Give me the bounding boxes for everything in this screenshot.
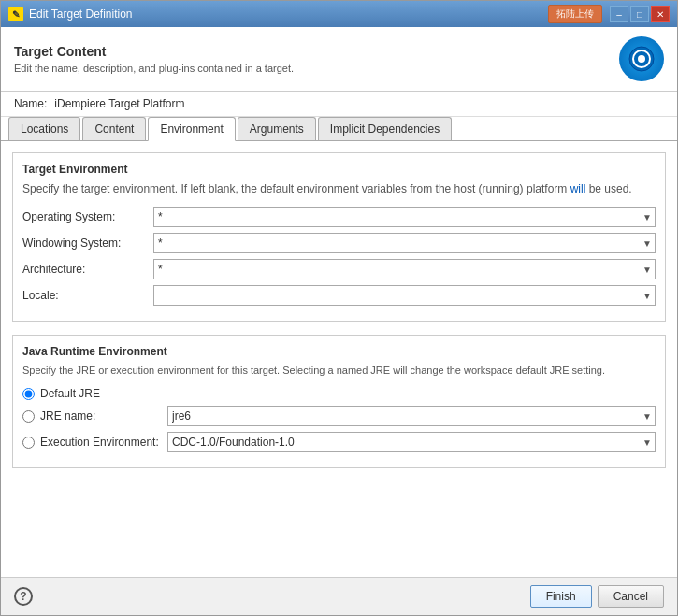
bottom-buttons: Finish Cancel bbox=[530, 585, 664, 608]
locale-label: Locale: bbox=[22, 289, 153, 302]
jre-name-row: JRE name: jre6 ▼ bbox=[22, 406, 656, 426]
target-environment-title: Target Environment bbox=[22, 163, 656, 176]
default-jre-label: Default JRE bbox=[40, 387, 100, 400]
ws-select[interactable]: * bbox=[153, 233, 656, 253]
close-button[interactable]: ✕ bbox=[651, 6, 670, 22]
arch-label: Architecture: bbox=[22, 263, 153, 276]
tab-content[interactable]: Content bbox=[82, 117, 146, 140]
tab-bar: Locations Content Environment Arguments … bbox=[1, 117, 677, 141]
ws-label: Windowing System: bbox=[22, 236, 153, 250]
jre-section: Java Runtime Environment Specify the JRE… bbox=[12, 335, 666, 468]
exec-env-select-wrapper: CDC-1.0/Foundation-1.0 ▼ bbox=[167, 432, 656, 452]
tab-locations[interactable]: Locations bbox=[8, 117, 80, 140]
title-bar-controls: 拓陆上传 – □ ✕ bbox=[548, 5, 670, 23]
jre-name-radio[interactable] bbox=[22, 410, 35, 423]
name-row: Name: iDempiere Target Platform bbox=[1, 92, 677, 117]
exec-env-row: Execution Environment: CDC-1.0/Foundatio… bbox=[22, 432, 656, 452]
name-label: Name: bbox=[14, 97, 47, 110]
banner-icon bbox=[619, 36, 664, 81]
ws-row: Windowing System: * ▼ bbox=[22, 233, 656, 253]
arch-row: Architecture: * ▼ bbox=[22, 259, 656, 279]
desc-part2: be used. bbox=[585, 182, 631, 195]
name-value: iDempiere Target Platform bbox=[54, 97, 184, 110]
exec-env-select[interactable]: CDC-1.0/Foundation-1.0 bbox=[167, 432, 656, 452]
os-label: Operating System: bbox=[22, 210, 153, 223]
top-right-label: 拓陆上传 bbox=[548, 5, 602, 23]
exec-env-label: Execution Environment: bbox=[40, 436, 162, 449]
maximize-button[interactable]: □ bbox=[630, 6, 649, 22]
os-row: Operating System: * ▼ bbox=[22, 207, 656, 227]
window-icon: ✎ bbox=[8, 7, 23, 21]
jre-name-select[interactable]: jre6 bbox=[167, 406, 656, 426]
ws-select-wrapper: * ▼ bbox=[153, 233, 656, 253]
minimize-button[interactable]: – bbox=[610, 6, 628, 22]
locale-row: Locale: ▼ bbox=[22, 285, 656, 306]
jre-desc: Specify the JRE or execution environment… bbox=[22, 364, 656, 378]
desc-blue: will bbox=[570, 182, 586, 195]
help-button[interactable]: ? bbox=[14, 587, 33, 606]
content-area: Target Environment Specify the target en… bbox=[1, 141, 677, 577]
cancel-button[interactable]: Cancel bbox=[598, 585, 664, 608]
title-bar: ✎ Edit Target Definition 拓陆上传 – □ ✕ bbox=[1, 1, 677, 27]
tab-arguments[interactable]: Arguments bbox=[238, 117, 316, 140]
os-select-wrapper: * ▼ bbox=[153, 207, 656, 227]
default-jre-radio[interactable] bbox=[22, 388, 35, 400]
finish-button[interactable]: Finish bbox=[530, 585, 592, 608]
jre-name-label: JRE name: bbox=[40, 409, 162, 423]
banner-title: Target Content bbox=[14, 44, 294, 59]
default-jre-row: Default JRE bbox=[22, 387, 656, 400]
jre-name-select-wrapper: jre6 ▼ bbox=[167, 406, 656, 426]
target-environment-section: Target Environment Specify the target en… bbox=[12, 152, 666, 322]
title-bar-left: ✎ Edit Target Definition bbox=[8, 7, 133, 21]
jre-title: Java Runtime Environment bbox=[22, 345, 656, 358]
arch-select-wrapper: * ▼ bbox=[153, 259, 656, 279]
svg-point-2 bbox=[638, 55, 645, 63]
desc-part1: Specify the target environment. If left … bbox=[22, 182, 570, 195]
locale-select-wrapper: ▼ bbox=[153, 285, 656, 306]
target-environment-desc: Specify the target environment. If left … bbox=[22, 181, 656, 197]
banner-content: Target Content Edit the name, descriptio… bbox=[14, 44, 294, 74]
window-title: Edit Target Definition bbox=[29, 7, 133, 21]
exec-env-radio[interactable] bbox=[22, 437, 35, 449]
tab-environment[interactable]: Environment bbox=[148, 117, 235, 141]
bottom-bar: ? Finish Cancel bbox=[1, 577, 677, 615]
os-select[interactable]: * bbox=[153, 207, 656, 227]
tab-implicit-dependencies[interactable]: Implicit Dependencies bbox=[318, 117, 452, 140]
locale-select[interactable] bbox=[153, 285, 656, 306]
banner: Target Content Edit the name, descriptio… bbox=[1, 27, 677, 92]
arch-select[interactable]: * bbox=[153, 259, 656, 279]
banner-description: Edit the name, description, and plug-ins… bbox=[14, 63, 294, 74]
edit-target-dialog: ✎ Edit Target Definition 拓陆上传 – □ ✕ Targ… bbox=[0, 0, 678, 616]
